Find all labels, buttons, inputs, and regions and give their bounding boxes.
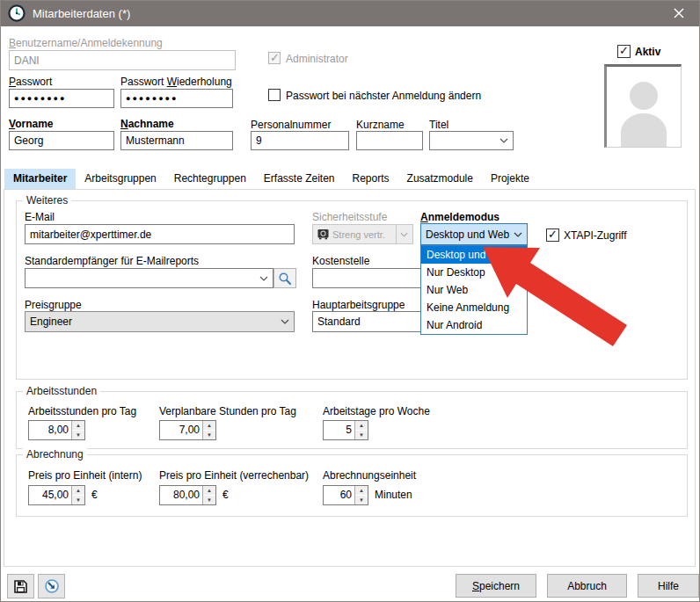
lastname-field[interactable]: Mustermann: [120, 131, 233, 150]
report-recipient-label: Standardempfänger für E-Mailreports: [25, 255, 199, 267]
report-recipient-combobox[interactable]: [25, 268, 273, 288]
plannable-hours-label: Verplanbare Stunden pro Tag: [159, 405, 296, 417]
dropdown-option-keine-anmeldung[interactable]: Keine Anmeldung: [421, 299, 527, 316]
price-group-combobox[interactable]: Engineer: [25, 311, 295, 332]
cancel-button[interactable]: Abbruch: [547, 574, 627, 598]
username-label: Benutzername/Anmeldekennung: [9, 37, 163, 49]
tab-zusatzmodule[interactable]: Zusatzmodule: [398, 169, 482, 189]
security-level-combobox[interactable]: Streng vertr.: [312, 224, 413, 244]
change-password-checkbox[interactable]: [268, 89, 281, 101]
tab-rechtegruppen[interactable]: Rechtegruppen: [165, 169, 255, 189]
dropdown-option-nur-web[interactable]: Nur Web: [421, 281, 527, 299]
tab-erfasste-zeiten[interactable]: Erfasste Zeiten: [255, 169, 344, 189]
login-mode-label: Anmeldemodus: [420, 211, 499, 223]
price-group-label: Preisgruppe: [25, 299, 82, 311]
dropdown-option-desktop-und-web[interactable]: Desktop und Web: [421, 246, 527, 264]
spin-up-button[interactable]: [72, 486, 84, 496]
arbeitsstunden-group-label: Arbeitsstunden: [23, 385, 100, 397]
save-button[interactable]: Speichern: [456, 574, 536, 598]
password-repeat-field[interactable]: ●●●●●●●●: [120, 89, 233, 108]
close-button[interactable]: [661, 0, 696, 26]
window-title: Mitarbeiterdaten (*): [33, 7, 130, 20]
quick-save-button[interactable]: [7, 574, 34, 598]
tab-projekte[interactable]: Projekte: [482, 169, 538, 189]
tab-strip: Mitarbeiter Arbeitsgruppen Rechtegruppen…: [4, 169, 538, 189]
search-icon: [278, 272, 292, 286]
password-repeat-label: Passwort Wiederholung: [120, 76, 232, 88]
spin-up-button[interactable]: [355, 486, 368, 496]
spin-down-button[interactable]: [203, 496, 215, 504]
titlebar: Mitarbeiterdaten (*): [0, 0, 700, 26]
dropdown-option-nur-android[interactable]: Nur Android: [421, 316, 527, 334]
plannable-hours-spinner[interactable]: 7,00: [159, 420, 216, 440]
title-label: Titel: [429, 119, 448, 131]
chevron-down-icon: [259, 276, 268, 281]
main-workgroup-label: Hauptarbeitsgruppe: [312, 299, 405, 311]
username-field[interactable]: DANI: [9, 50, 236, 70]
firstname-field[interactable]: Georg: [9, 131, 114, 150]
dropdown-option-nur-desktop[interactable]: Nur Desktop: [421, 264, 527, 281]
price-billable-spinner[interactable]: 80,00: [159, 485, 216, 505]
tab-mitarbeiter[interactable]: Mitarbeiter: [4, 169, 76, 189]
spin-down-button[interactable]: [203, 431, 215, 439]
tab-reports[interactable]: Reports: [344, 169, 398, 189]
spin-up-button[interactable]: [203, 486, 215, 496]
help-button[interactable]: Hilfe: [638, 574, 699, 598]
close-icon: [674, 8, 684, 18]
employee-photo[interactable]: [604, 64, 682, 148]
price-internal-label: Preis pro Einheit (intern): [28, 469, 142, 482]
change-password-label: Passwort bei nächster Anmeldung ändern: [286, 90, 481, 102]
login-mode-dropdown-list: Desktop und Web Nur Desktop Nur Web Kein…: [420, 245, 528, 335]
xtapi-checkbox[interactable]: [546, 228, 559, 242]
person-icon: [610, 75, 677, 147]
cost-center-label: Kostenstelle: [312, 255, 369, 267]
active-label: Aktiv: [635, 46, 660, 58]
login-mode-combobox[interactable]: Desktop und Web: [420, 223, 528, 245]
billing-unit-spinner[interactable]: 60: [323, 485, 368, 505]
search-recipient-button[interactable]: [273, 268, 296, 288]
circle-arrow-icon: [44, 578, 60, 594]
password-field[interactable]: ●●●●●●●●: [9, 89, 114, 108]
days-per-week-label: Arbeitstage pro Woche: [323, 405, 430, 417]
billing-unit-label: Abrechnungseinheit: [323, 469, 416, 482]
firstname-label: Vorname: [9, 118, 53, 130]
price-billable-suffix: €: [222, 489, 229, 501]
spin-down-button[interactable]: [355, 496, 368, 504]
abrechnung-group-label: Abrechnung: [23, 448, 87, 461]
hours-per-day-label: Arbeitsstunden pro Tag: [28, 405, 136, 417]
spin-down-button[interactable]: [72, 496, 84, 504]
xtapi-label: XTAPI-Zugriff: [564, 229, 627, 242]
email-field[interactable]: mitarbeiter@xperttimer.de: [25, 224, 295, 244]
administrator-checkbox[interactable]: [268, 52, 281, 64]
employee-data-dialog: Mitarbeiterdaten (*) Benutzername/Anmeld…: [0, 0, 700, 602]
lastname-label: Nachname: [120, 118, 174, 130]
security-level-label: Sicherheitsstufe: [312, 211, 387, 223]
chevron-down-icon: [499, 138, 508, 143]
personnel-number-label: Personalnummer: [251, 119, 331, 131]
spin-up-button[interactable]: [72, 421, 84, 431]
transfer-button[interactable]: [38, 574, 65, 598]
safe-icon: [317, 228, 329, 240]
clock-icon: [8, 4, 26, 22]
price-internal-spinner[interactable]: 45,00: [28, 485, 85, 505]
spin-down-button[interactable]: [72, 431, 84, 439]
title-combobox[interactable]: [429, 131, 514, 150]
administrator-label: Administrator: [286, 53, 348, 65]
shortname-label: Kurzname: [356, 119, 405, 131]
personnel-number-field[interactable]: 9: [251, 131, 349, 150]
price-internal-suffix: €: [91, 489, 98, 501]
spin-up-button[interactable]: [355, 421, 368, 431]
shortname-field[interactable]: [356, 131, 423, 150]
chevron-down-icon: [281, 319, 289, 324]
password-label: Passwort: [9, 76, 52, 88]
chevron-down-icon: [514, 232, 522, 237]
price-billable-label: Preis pro Einheit (verrechenbar): [159, 469, 309, 482]
spin-up-button[interactable]: [203, 421, 215, 431]
hours-per-day-spinner[interactable]: 8,00: [28, 420, 85, 440]
email-label: E-Mail: [25, 211, 55, 223]
chevron-down-icon: [400, 232, 408, 237]
tab-arbeitsgruppen[interactable]: Arbeitsgruppen: [76, 169, 164, 189]
active-checkbox[interactable]: [617, 45, 631, 58]
spin-down-button[interactable]: [355, 431, 368, 439]
days-per-week-spinner[interactable]: 5: [323, 420, 368, 440]
